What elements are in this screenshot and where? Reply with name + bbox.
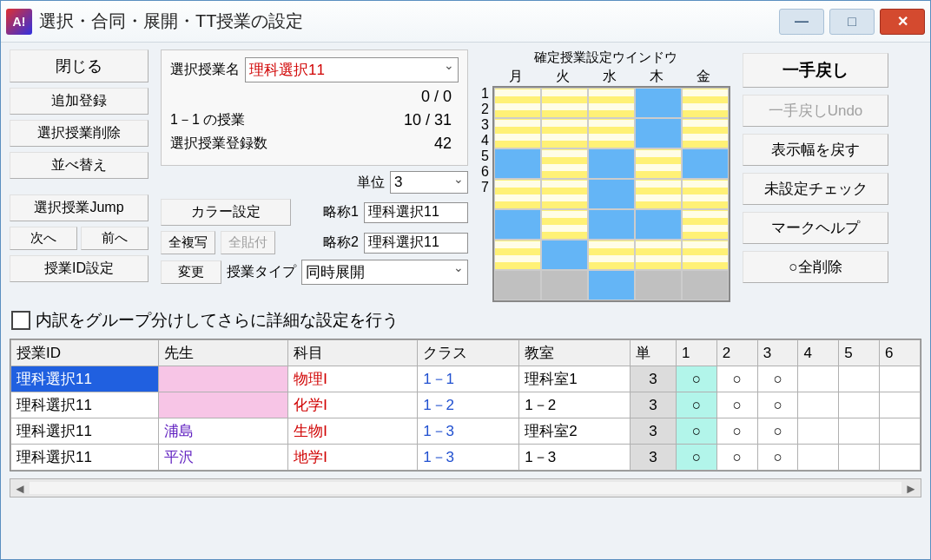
schedule-cell[interactable]: [682, 179, 729, 209]
col-header[interactable]: 教室: [519, 340, 631, 366]
color-button[interactable]: カラー設定: [161, 199, 291, 226]
schedule-cell[interactable]: [682, 148, 729, 179]
jump-button[interactable]: 選択授業Jump: [10, 194, 149, 221]
schedule-cell[interactable]: [588, 240, 635, 270]
help-button[interactable]: マークヘルプ: [743, 212, 888, 244]
id-set-button[interactable]: 授業ID設定: [10, 255, 149, 282]
col-header[interactable]: 科目: [288, 340, 418, 366]
close-window-button[interactable]: ✕: [880, 9, 925, 35]
table-row[interactable]: 理科選択11化学Ⅰ1－21－23○○○: [11, 392, 921, 418]
undo2-button[interactable]: 一手戻しUndo: [743, 95, 888, 127]
name-label: 選択授業名: [170, 61, 240, 79]
col-header[interactable]: 1: [677, 340, 717, 366]
close-button[interactable]: 閉じる: [10, 49, 149, 82]
maximize-button[interactable]: □: [829, 9, 875, 35]
schedule-cell[interactable]: [635, 209, 682, 240]
abbr1-input[interactable]: [364, 202, 468, 223]
delete-button[interactable]: 選択授業削除: [10, 120, 149, 147]
col-header[interactable]: クラス: [418, 340, 519, 366]
schedule-cell[interactable]: [494, 270, 541, 300]
scroll-right-icon[interactable]: ►: [901, 481, 921, 496]
scroll-left-icon[interactable]: ◄: [10, 481, 30, 496]
minimize-button[interactable]: —: [779, 9, 824, 35]
col-header[interactable]: 授業ID: [11, 340, 159, 366]
schedule-cell[interactable]: [635, 118, 682, 148]
horizontal-scrollbar[interactable]: ◄ ►: [10, 478, 921, 497]
row-num: 4: [475, 133, 492, 148]
change-button[interactable]: 変更: [161, 260, 221, 284]
schedule-cell[interactable]: [494, 118, 541, 148]
unit-combo[interactable]: 3: [390, 171, 468, 194]
schedule-cell[interactable]: [635, 88, 682, 118]
schedule-cell[interactable]: [635, 240, 682, 270]
line2-label: 1－1 の授業: [170, 111, 245, 129]
schedule-cell[interactable]: [682, 240, 729, 270]
schedule-cell[interactable]: [588, 118, 635, 148]
table-row[interactable]: 理科選択11物理Ⅰ1－1理科室13○○○: [11, 366, 921, 392]
schedule-cell[interactable]: [541, 118, 588, 148]
copy-button[interactable]: 全複写: [161, 231, 215, 254]
check-button[interactable]: 未設定チェック: [743, 173, 888, 205]
row-num: 3: [475, 117, 492, 133]
schedule-cell[interactable]: [541, 209, 588, 240]
count1: 0 / 0: [421, 88, 459, 106]
sort-button[interactable]: 並べ替え: [10, 152, 149, 179]
schedule-cell[interactable]: [682, 209, 729, 240]
schedule-cell[interactable]: [494, 209, 541, 240]
line3-label: 選択授業登録数: [170, 135, 267, 153]
schedule-cell[interactable]: [588, 179, 635, 209]
schedule-cell[interactable]: [588, 270, 635, 300]
paste-button[interactable]: 全貼付: [221, 231, 275, 254]
group-checkbox-label: 内訳をグループ分けしてさらに詳細な設定を行う: [36, 309, 399, 332]
schedule-cell[interactable]: [494, 148, 541, 179]
schedule-cell[interactable]: [588, 148, 635, 179]
table-row[interactable]: 理科選択11浦島生物Ⅰ1－3理科室23○○○: [11, 418, 921, 445]
day-header: 水: [586, 68, 633, 86]
abbr2-label: 略称2: [323, 234, 359, 252]
schedule-cell[interactable]: [494, 240, 541, 270]
schedule-cell[interactable]: [541, 179, 588, 209]
col-header[interactable]: 単: [630, 340, 676, 366]
day-header: 火: [539, 68, 586, 86]
col-header[interactable]: 5: [839, 340, 880, 366]
schedule-cell[interactable]: [635, 179, 682, 209]
delete-all-button[interactable]: ○全削除: [743, 251, 888, 283]
titlebar: A! 選択・合同・展開・TT授業の設定 — □ ✕: [1, 1, 930, 43]
schedule-cell[interactable]: [494, 88, 541, 118]
table-row[interactable]: 理科選択11平沢地学Ⅰ1－31－33○○○: [11, 445, 921, 471]
group-checkbox[interactable]: [11, 311, 30, 330]
app-icon: A!: [6, 9, 32, 35]
col-header[interactable]: 4: [798, 340, 839, 366]
col-header[interactable]: 2: [716, 340, 757, 366]
schedule-cell[interactable]: [541, 270, 588, 300]
schedule-cell[interactable]: [682, 118, 729, 148]
schedule-cell[interactable]: [682, 88, 729, 118]
col-header[interactable]: 6: [880, 340, 921, 366]
add-button[interactable]: 追加登録: [10, 88, 149, 115]
schedule-cell[interactable]: [541, 88, 588, 118]
schedule-cell[interactable]: [494, 179, 541, 209]
undo-button[interactable]: 一手戻し: [743, 53, 888, 88]
col-header[interactable]: 先生: [159, 340, 288, 366]
schedule-cell[interactable]: [541, 240, 588, 270]
name-combo[interactable]: 理科選択11: [245, 57, 459, 82]
row-num: 1: [475, 86, 492, 102]
next-button[interactable]: 次へ: [10, 227, 77, 250]
schedule-grid[interactable]: [492, 86, 730, 302]
schedule-cell[interactable]: [682, 270, 729, 300]
day-header: 金: [680, 68, 727, 86]
type-label: 授業タイプ: [227, 263, 296, 281]
schedule-cell[interactable]: [635, 270, 682, 300]
detail-table[interactable]: 授業ID先生科目クラス教室単123456 理科選択11物理Ⅰ1－1理科室13○○…: [10, 339, 921, 471]
schedule-cell[interactable]: [635, 148, 682, 179]
schedule-cell[interactable]: [541, 148, 588, 179]
col-header[interactable]: 3: [757, 340, 798, 366]
abbr1-label: 略称1: [323, 203, 359, 221]
type-combo[interactable]: 同時展開: [301, 260, 468, 285]
schedule-cell[interactable]: [588, 209, 635, 240]
abbr2-input[interactable]: [364, 233, 468, 254]
schedule-cell[interactable]: [588, 88, 635, 118]
row-num: 2: [475, 102, 492, 117]
prev-button[interactable]: 前へ: [81, 227, 149, 250]
reset-width-button[interactable]: 表示幅を戻す: [743, 134, 888, 166]
